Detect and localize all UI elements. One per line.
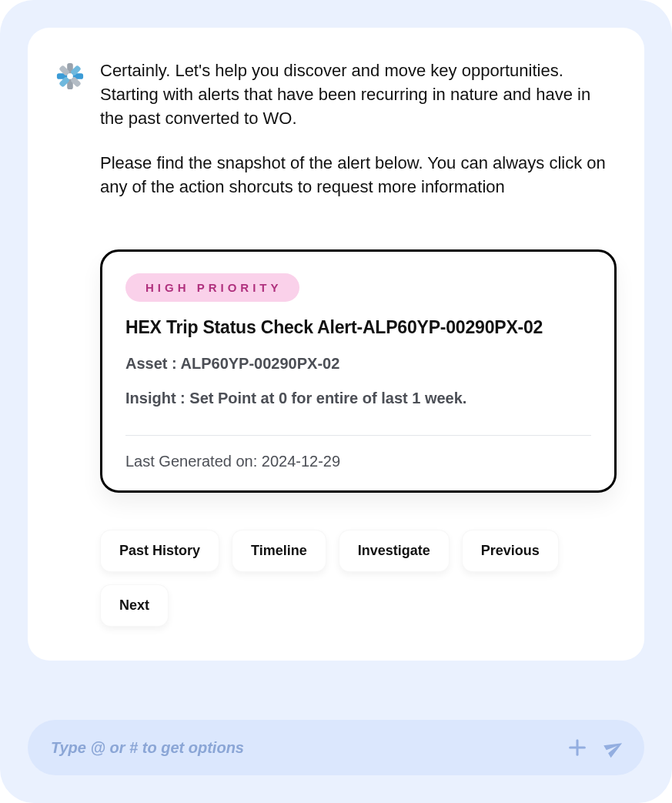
chat-input[interactable] (51, 739, 553, 757)
past-history-button[interactable]: Past History (100, 530, 219, 572)
priority-badge: HIGH PRIORITY (125, 273, 299, 302)
previous-button[interactable]: Previous (462, 530, 559, 572)
assistant-message: Certainly. Let's help you discover and m… (55, 59, 617, 219)
next-button[interactable]: Next (100, 584, 169, 627)
message-paragraph-2: Please find the snapshot of the alert be… (100, 151, 617, 199)
chat-panel: Certainly. Let's help you discover and m… (0, 0, 672, 803)
alert-generated-line: Last Generated on: 2024-12-29 (125, 453, 591, 470)
message-card: Certainly. Let's help you discover and m… (28, 28, 644, 661)
investigate-button[interactable]: Investigate (339, 530, 450, 572)
assistant-message-body: Certainly. Let's help you discover and m… (100, 59, 617, 219)
alert-insight-line: Insight : Set Point at 0 for entire of l… (125, 390, 591, 407)
action-shortcuts: Past History Timeline Investigate Previo… (100, 530, 617, 627)
timeline-button[interactable]: Timeline (232, 530, 326, 572)
message-paragraph-1: Certainly. Let's help you discover and m… (100, 59, 617, 131)
alert-title: HEX Trip Status Check Alert-ALP60YP-0029… (125, 317, 591, 338)
chat-input-bar (28, 720, 644, 775)
plus-icon[interactable] (564, 734, 590, 761)
assistant-avatar-icon (55, 62, 85, 91)
alert-divider (125, 435, 591, 436)
alert-snapshot-card: HIGH PRIORITY HEX Trip Status Check Aler… (100, 249, 617, 493)
alert-asset-line: Asset : ALP60YP-00290PX-02 (125, 355, 591, 373)
send-icon[interactable] (601, 734, 627, 761)
